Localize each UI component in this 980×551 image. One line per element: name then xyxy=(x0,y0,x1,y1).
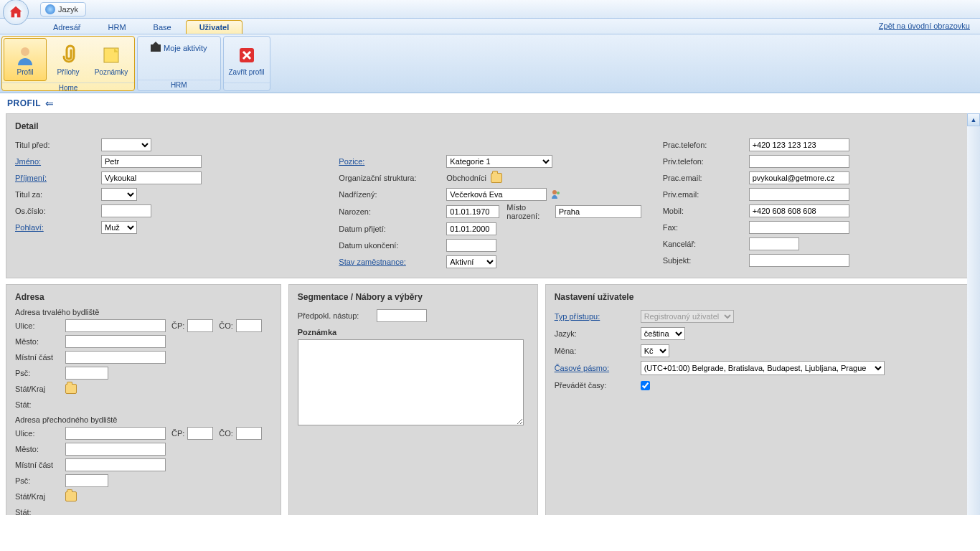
tab-adresar[interactable]: Adresář xyxy=(40,21,94,34)
ribbon-group-home-label: Home xyxy=(2,83,134,93)
paperclip-icon xyxy=(57,44,80,67)
fax-input[interactable] xyxy=(749,221,849,234)
back-arrow-icon[interactable]: ⇐ xyxy=(45,98,54,109)
language-label: Jazyk xyxy=(58,5,78,14)
co2-input[interactable] xyxy=(236,427,262,440)
cp2-input[interactable] xyxy=(187,427,213,440)
settings-title: Nastavení uživatele xyxy=(555,292,965,302)
predpokl-nastup-input[interactable] xyxy=(377,309,427,322)
prac-tel-input[interactable] xyxy=(749,138,849,151)
pozice-select[interactable]: Kategorie 1 xyxy=(446,155,552,168)
ribbon-moje-aktivity[interactable]: Moje aktivity xyxy=(145,41,213,55)
graduation-cap-icon xyxy=(151,44,161,52)
mistni2-input[interactable] xyxy=(65,458,166,471)
segmentace-title: Segmentace / Nábory a výběry xyxy=(298,292,529,302)
typ-pristupu-label[interactable]: Typ přístupu: xyxy=(555,312,641,321)
pasmo-select[interactable]: (UTC+01:00) Belgrade, Bratislava, Budape… xyxy=(641,361,885,375)
co1-input[interactable] xyxy=(236,319,262,332)
poznamka-heading: Poznámka xyxy=(298,328,529,336)
ribbon-group-hrm-label: HRM xyxy=(138,80,220,90)
detail-panel: Detail Titul před: Jméno: Příjmení: Titu… xyxy=(6,113,974,278)
kancelar-input[interactable] xyxy=(749,237,799,250)
psc1-input[interactable] xyxy=(65,367,108,380)
segmentace-panel: Segmentace / Nábory a výběry Předpokl. n… xyxy=(288,284,538,515)
misto-narozeni-input[interactable] xyxy=(555,205,641,218)
note-icon xyxy=(100,44,123,67)
narozen-input[interactable] xyxy=(446,205,499,218)
svg-point-4 xyxy=(557,192,560,194)
jmeno-label[interactable]: Jméno: xyxy=(15,157,101,166)
prac-email-input[interactable] xyxy=(749,171,849,184)
stav-select[interactable]: Aktivní xyxy=(446,255,496,268)
titul-pred-select[interactable] xyxy=(101,138,151,151)
user-icon xyxy=(14,44,37,67)
back-to-home-link[interactable]: Zpět na úvodní obrazovku xyxy=(879,18,980,34)
folder-icon[interactable] xyxy=(491,173,502,183)
scrollbar[interactable]: ▲ xyxy=(967,113,980,515)
typ-pristupu-select: Registrovaný uživatel xyxy=(641,310,734,323)
psc2-input[interactable] xyxy=(65,474,108,487)
pohlavi-select[interactable]: Muž xyxy=(101,221,137,234)
mobil-input[interactable] xyxy=(749,204,849,217)
prechodne-heading: Adresa přechodného bydliště xyxy=(15,415,272,424)
titul-za-select[interactable] xyxy=(101,188,137,201)
trvale-heading: Adresa trvalého bydliště xyxy=(15,308,272,316)
statkraj2-folder-icon[interactable] xyxy=(65,491,77,501)
settings-panel: Nastavení uživatele Typ přístupu:Registr… xyxy=(545,284,974,515)
org-value: Obchodníci xyxy=(446,174,486,182)
jmeno-input[interactable] xyxy=(101,155,202,168)
jazyk-select[interactable]: čeština xyxy=(641,327,685,340)
svg-point-0 xyxy=(21,47,29,56)
pozice-label[interactable]: Pozice: xyxy=(339,157,446,166)
globe-icon xyxy=(45,4,55,14)
adresa-title: Adresa xyxy=(15,292,272,302)
nadrizeny-input[interactable] xyxy=(446,188,547,201)
adresa-panel: Adresa Adresa trvalého bydliště Ulice:ČP… xyxy=(6,284,281,515)
mesto1-input[interactable] xyxy=(65,335,166,348)
datum-ukonceni-input[interactable] xyxy=(446,239,496,252)
ribbon-zavrit-profil[interactable]: Zavřít profil xyxy=(225,38,268,81)
mesto2-input[interactable] xyxy=(65,443,166,456)
tab-base[interactable]: Base xyxy=(141,21,184,34)
ribbon-profil[interactable]: Profil xyxy=(4,38,47,81)
mistni1-input[interactable] xyxy=(65,351,166,364)
tab-uzivatel[interactable]: Uživatel xyxy=(186,20,243,34)
statkraj1-folder-icon[interactable] xyxy=(65,384,77,394)
mena-select[interactable]: Kč xyxy=(641,344,669,357)
page-title: PROFIL xyxy=(7,98,41,108)
ulice1-input[interactable] xyxy=(65,319,166,332)
prijmeni-label[interactable]: Příjmení: xyxy=(15,174,101,182)
close-icon xyxy=(235,44,258,67)
prijmeni-input[interactable] xyxy=(101,171,202,184)
stav-label[interactable]: Stav zaměstnance: xyxy=(339,258,446,266)
home-button[interactable] xyxy=(3,0,29,25)
detail-title: Detail xyxy=(15,121,965,131)
pohlavi-label[interactable]: Pohlaví: xyxy=(15,223,101,232)
ribbon-prilohy[interactable]: Přílohy xyxy=(47,38,90,81)
pasmo-label[interactable]: Časové pásmo: xyxy=(555,364,641,372)
datum-prijeti-input[interactable] xyxy=(446,222,496,235)
priv-tel-input[interactable] xyxy=(749,155,849,168)
oscislo-input[interactable] xyxy=(101,204,151,217)
home-icon xyxy=(8,4,24,20)
tab-hrm[interactable]: HRM xyxy=(95,21,139,34)
ulice2-input[interactable] xyxy=(65,427,166,440)
prevadet-checkbox[interactable] xyxy=(641,381,650,390)
ribbon-poznamky[interactable]: Poznámky xyxy=(90,38,133,81)
cp1-input[interactable] xyxy=(187,319,213,332)
priv-email-input[interactable] xyxy=(749,188,849,201)
language-menu[interactable]: Jazyk xyxy=(40,2,86,17)
scroll-up-arrow-icon[interactable]: ▲ xyxy=(967,113,980,126)
person-picker-icon[interactable] xyxy=(551,189,561,199)
poznamka-textarea[interactable] xyxy=(298,339,524,425)
svg-point-3 xyxy=(552,190,557,194)
subjekt-input[interactable] xyxy=(749,254,849,267)
